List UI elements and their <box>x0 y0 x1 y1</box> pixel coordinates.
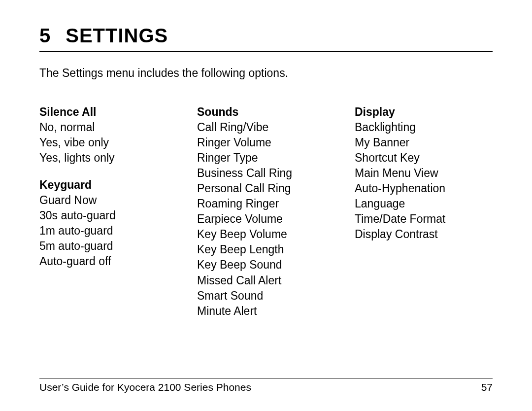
list-item: Key Beep Length <box>197 242 335 257</box>
list-item: Yes, lights only <box>39 150 177 166</box>
list-item: Language <box>355 196 493 211</box>
list-item: Ringer Volume <box>197 135 335 150</box>
group-items: No, normal Yes, vibe only Yes, lights on… <box>39 120 177 166</box>
group-sounds: Sounds Call Ring/Vibe Ringer Volume Ring… <box>197 104 335 319</box>
settings-columns: Silence All No, normal Yes, vibe only Ye… <box>39 104 493 331</box>
column-1: Silence All No, normal Yes, vibe only Ye… <box>39 104 177 331</box>
group-keyguard: Keyguard Guard Now 30s auto-guard 1m aut… <box>39 177 177 269</box>
list-item: Missed Call Alert <box>197 273 335 288</box>
column-2: Sounds Call Ring/Vibe Ringer Volume Ring… <box>197 104 335 331</box>
chapter-title: SETTINGS <box>66 25 168 47</box>
chapter-number: 5 <box>39 25 51 47</box>
group-title: Silence All <box>39 104 177 120</box>
list-item: Yes, vibe only <box>39 135 177 150</box>
list-item: Auto-guard off <box>39 254 177 269</box>
group-title: Keyguard <box>39 177 177 193</box>
group-title: Sounds <box>197 104 335 120</box>
footer-rule <box>39 378 493 378</box>
list-item: Guard Now <box>39 193 177 208</box>
group-silence-all: Silence All No, normal Yes, vibe only Ye… <box>39 104 177 166</box>
list-item: 30s auto-guard <box>39 208 177 223</box>
group-display: Display Backlighting My Banner Shortcut … <box>355 104 493 242</box>
list-item: Key Beep Volume <box>197 227 335 242</box>
list-item: My Banner <box>355 135 493 150</box>
list-item: Ringer Type <box>197 150 335 166</box>
list-item: Main Menu View <box>355 166 493 181</box>
group-items: Backlighting My Banner Shortcut Key Main… <box>355 120 493 242</box>
list-item: Minute Alert <box>197 304 335 319</box>
group-title: Display <box>355 104 493 120</box>
list-item: Smart Sound <box>197 288 335 304</box>
footer-page-number: 57 <box>481 381 493 393</box>
list-item: Roaming Ringer <box>197 196 335 211</box>
group-items: Guard Now 30s auto-guard 1m auto-guard 5… <box>39 193 177 269</box>
list-item: Shortcut Key <box>355 150 493 166</box>
list-item: Display Contrast <box>355 227 493 242</box>
footer-book-title: User’s Guide for Kyocera 2100 Series Pho… <box>39 381 251 393</box>
list-item: Business Call Ring <box>197 166 335 181</box>
list-item: Call Ring/Vibe <box>197 120 335 135</box>
heading-rule <box>39 51 493 52</box>
list-item: Personal Call Ring <box>197 181 335 196</box>
group-items: Call Ring/Vibe Ringer Volume Ringer Type… <box>197 120 335 319</box>
list-item: Earpiece Volume <box>197 211 335 227</box>
intro-text: The Settings menu includes the following… <box>39 67 493 80</box>
list-item: Backlighting <box>355 120 493 135</box>
column-3: Display Backlighting My Banner Shortcut … <box>355 104 493 331</box>
list-item: Key Beep Sound <box>197 257 335 273</box>
page-footer: User’s Guide for Kyocera 2100 Series Pho… <box>39 378 493 393</box>
list-item: 1m auto-guard <box>39 223 177 239</box>
list-item: 5m auto-guard <box>39 239 177 254</box>
chapter-heading: 5SETTINGS <box>39 25 493 47</box>
list-item: Time/Date Format <box>355 211 493 227</box>
list-item: No, normal <box>39 120 177 135</box>
list-item: Auto-Hyphenation <box>355 181 493 196</box>
